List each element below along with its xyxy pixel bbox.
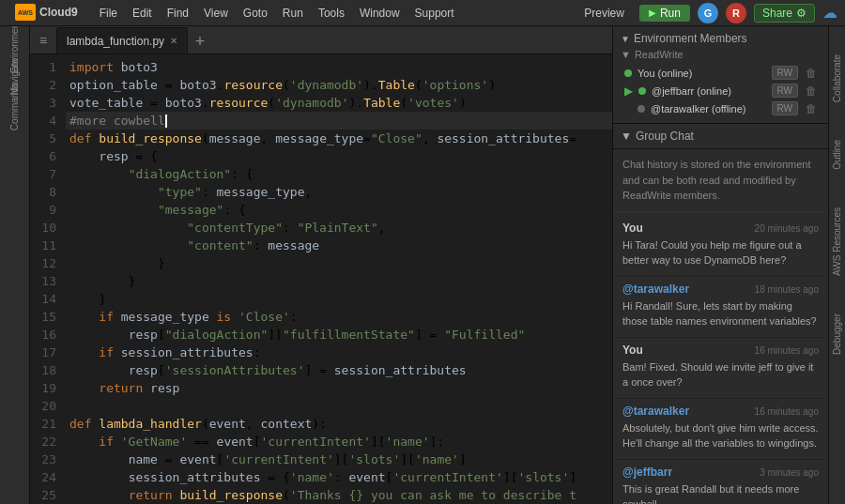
rw-arrow-icon: ▼ (621, 49, 631, 60)
table-row: 9 "message": { (30, 201, 612, 219)
table-row: 4 #more cowbell (30, 112, 612, 130)
chat-time: 16 minutes ago (755, 406, 819, 417)
arrow-icon: ▼ (621, 130, 632, 143)
tab-bar: ≡ lambda_function.py ✕ + (30, 26, 612, 54)
table-row: 15 if message_type is 'Close': (30, 308, 612, 326)
table-row: 17 if session_attributes: (30, 344, 612, 361)
chat-message: @jeffbarr 3 minutes ago This is great Ra… (613, 460, 828, 505)
table-row: 12 } (30, 254, 612, 272)
member-row: You (online) RW 🗑 (621, 64, 821, 82)
chat-info: Chat history is stored on the environmen… (613, 149, 828, 212)
menu-view[interactable]: View (197, 5, 235, 22)
table-row: 20 (30, 397, 612, 415)
chat-text: This is great Randall but it needs more … (622, 481, 819, 505)
sidebar-item-commands[interactable]: Commands (2, 94, 28, 120)
table-row: 3 vote_table = boto3.resource('dynamodb'… (30, 94, 612, 112)
tab-label: lambda_function.py (67, 35, 164, 48)
svg-text:AWS: AWS (18, 9, 33, 16)
member-delete-icon[interactable]: 🗑 (806, 102, 817, 115)
cloud-icon: ☁ (822, 4, 837, 22)
menu-tools[interactable]: Tools (312, 5, 351, 22)
gear-icon: ⚙ (796, 7, 807, 20)
menu-file[interactable]: File (93, 5, 124, 22)
sidebar-item-collaborate[interactable]: Collaborate (832, 54, 842, 102)
env-members-section: ▼ Environment Members ▼ ReadWrite You (o… (613, 26, 828, 124)
chat-time: 16 minutes ago (755, 345, 819, 356)
share-button[interactable]: Share ⚙ (754, 4, 815, 23)
menu-goto[interactable]: Goto (237, 5, 274, 22)
table-row: 19 return resp (30, 379, 612, 397)
play-icon: ▶ (624, 84, 633, 98)
main-area: Environment Navigate Commands ≡ lambda_f… (0, 26, 845, 504)
table-row: 7 "dialogAction": { (30, 165, 612, 183)
chat-sender: You (622, 221, 643, 235)
table-row: 1 import boto3 (30, 58, 612, 76)
editor-area: ≡ lambda_function.py ✕ + 1 import boto3 … (30, 26, 612, 504)
member-status-dot (638, 105, 645, 113)
chat-messages[interactable]: You 20 minutes ago Hi Tara! Could you he… (613, 212, 828, 505)
chat-text: Bam! Fixed. Should we invite jeff to giv… (622, 359, 819, 390)
sidebar-item-debugger[interactable]: Debugger (832, 313, 842, 355)
chat-time: 18 minutes ago (755, 284, 819, 295)
readwrite-header[interactable]: ▼ ReadWrite (621, 49, 821, 60)
tab-close-icon[interactable]: ✕ (170, 36, 177, 46)
table-row: 24 session_attributes = {'name': event['… (30, 468, 612, 486)
env-members-header[interactable]: ▼ Environment Members (621, 32, 821, 45)
menu-support[interactable]: Support (408, 5, 461, 22)
table-row: 18 resp['sessionAttributes'] = session_a… (30, 361, 612, 379)
aws-logo: AWS Cloud9 (8, 0, 85, 26)
chat-sender: You (622, 344, 643, 357)
avatar-g[interactable]: G (698, 3, 718, 23)
member-delete-icon[interactable]: 🗑 (806, 67, 817, 80)
table-row: 23 name = event['currentIntent']['slots'… (30, 451, 612, 468)
c9-label: Cloud9 (39, 6, 78, 19)
right-panel: ▼ Environment Members ▼ ReadWrite You (o… (612, 26, 828, 504)
menu-run[interactable]: Run (276, 5, 310, 22)
editor-tab[interactable]: lambda_function.py ✕ (56, 27, 188, 53)
table-row: 16 resp["dialogAction"]["fulfillmentStat… (30, 326, 612, 344)
sidebar-item-aws-resources[interactable]: AWS Resources (832, 207, 842, 276)
preview-button[interactable]: Preview (576, 5, 632, 22)
member-status-dot (638, 87, 646, 95)
table-row: 10 "contentType": "PlainText", (30, 219, 612, 237)
table-row: 21 def lambda_handler(event, context): (30, 415, 612, 433)
tab-add-button[interactable]: + (188, 29, 212, 53)
menu-bar: AWS Cloud9 File Edit Find View Goto Run … (0, 0, 845, 26)
member-delete-icon[interactable]: 🗑 (806, 84, 817, 98)
chat-time: 3 minutes ago (760, 467, 819, 478)
chat-message: You 20 minutes ago Hi Tara! Could you he… (613, 216, 828, 277)
code-editor[interactable]: 1 import boto3 2 option_table = boto3.re… (30, 54, 612, 504)
member-row: @tarawalker (offline) RW 🗑 (621, 99, 821, 117)
chat-sender: @tarawalker (622, 405, 689, 418)
group-chat-header[interactable]: ▼ Group Chat (613, 124, 828, 149)
right-sidebar: Collaborate Outline AWS Resources Debugg… (828, 26, 845, 504)
table-row: 8 "type": message_type, (30, 183, 612, 201)
table-row: 2 option_table = boto3.resource('dynamod… (30, 76, 612, 94)
menu-window[interactable]: Window (353, 5, 407, 22)
table-row: 13 } (30, 272, 612, 290)
chat-message: @tarawalker 18 minutes ago Hi Randall! S… (613, 277, 828, 338)
chat-text: Absolutely, but don't give him write acc… (622, 420, 819, 451)
sidebar-item-environment[interactable]: Environment (2, 34, 28, 60)
group-chat-section: ▼ Group Chat Chat history is stored on t… (613, 124, 828, 504)
chat-sender: @tarawalker (622, 283, 689, 296)
left-sidebar: Environment Navigate Commands (0, 26, 30, 504)
chat-text: Hi Randall! Sure, lets start by making t… (622, 298, 819, 329)
table-row: 6 resp = { (30, 147, 612, 165)
run-button[interactable]: Run (639, 5, 690, 22)
table-row: 5 def build_response(message, message_ty… (30, 130, 612, 147)
arrow-icon: ▼ (621, 34, 630, 44)
table-row: 11 "content": message (30, 237, 612, 254)
menu-find[interactable]: Find (161, 5, 195, 22)
menu-edit[interactable]: Edit (126, 5, 159, 22)
member-status-dot (624, 69, 632, 77)
chat-message: @tarawalker 16 minutes ago Absolutely, b… (613, 399, 828, 460)
aws-icon: AWS (15, 4, 36, 21)
chat-text: Hi Tara! Could you help me figure out a … (622, 237, 819, 268)
avatar-r[interactable]: R (726, 3, 746, 23)
sidebar-item-outline[interactable]: Outline (832, 140, 842, 170)
table-row: 25 return build_response('Thanks {} you … (30, 486, 612, 504)
member-row: ▶ @jeffbarr (online) RW 🗑 (621, 82, 821, 99)
table-row: 22 if 'GetName' == event['currentIntent'… (30, 433, 612, 451)
tab-list-icon[interactable]: ≡ (30, 27, 56, 53)
